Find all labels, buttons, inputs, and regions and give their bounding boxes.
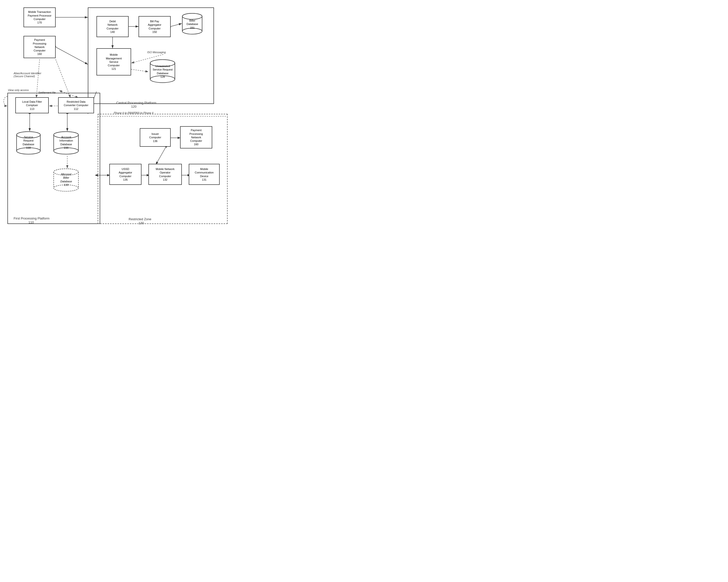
alias-account-label: Alias/Account Identifier(Secure Channel) [14,72,41,78]
restricted-zone-number: 130 [138,221,144,225]
mirrored-biller-db-node: MirroredBillerDatabase119 [52,167,80,193]
service-request-db-node: ServiceRequestDatabase118 [15,130,42,156]
svg-line-11 [56,59,71,98]
restricted-zone-label: Restricted Zone [129,217,151,221]
central-platform-label: Central Processing Platform [116,101,156,105]
local-filter-node: Local Data Filter Comptuer 113 [15,97,49,113]
bill-pay-node: Bill Pay Aggregator Computer 150 [138,16,171,37]
settlement-file-label: Settlement file [38,91,56,94]
account-info-db-node: AccountInformationDatabase116 [52,130,80,156]
restricted-converter-node: Restricted Data Converter Computer 112 [58,97,94,113]
issuer-computer-node: Issuer Computer 136 [140,128,171,147]
mobile-network-op-node: Mobile Network Operator Computer 132 [149,164,182,185]
ussd-aggregator-node: USSD Aggregator Computer 135 [109,164,141,185]
svg-line-5 [56,47,88,64]
mobile-comm-device-node: Mobile Communication Device 131 [189,164,220,185]
svg-point-30 [182,14,202,19]
diagram-container: Central Processing Platform 120 First Pr… [0,0,297,237]
biller-db-node: BillerDatabase151 [181,12,204,35]
iso-messaging-label: ISO Messaging [147,51,166,54]
phone-pan-label: Phone # to PAM/PAN to Phone # [114,111,153,114]
unrestricted-db-node: UnrestrictedService RequestDatabase128 [149,58,177,84]
central-platform-number: 120 [131,105,136,108]
view-only-label: View only access [8,88,29,92]
first-platform-label: First Processing Platform [14,217,50,220]
first-platform-number: 110 [28,221,34,224]
debit-network-node: Debit Network Computer 140 [97,16,129,37]
ppn-bottom-node: Payment Processing Network Computer 160 [180,126,212,149]
mobile-mgmt-node: Mobile Management Service Computer 121 [97,48,131,75]
ppn-top-node: Payment Processing Network Computer 160 [24,36,56,58]
mobile-transaction-node: Mobile Transaction Payment Processor Com… [24,7,56,27]
